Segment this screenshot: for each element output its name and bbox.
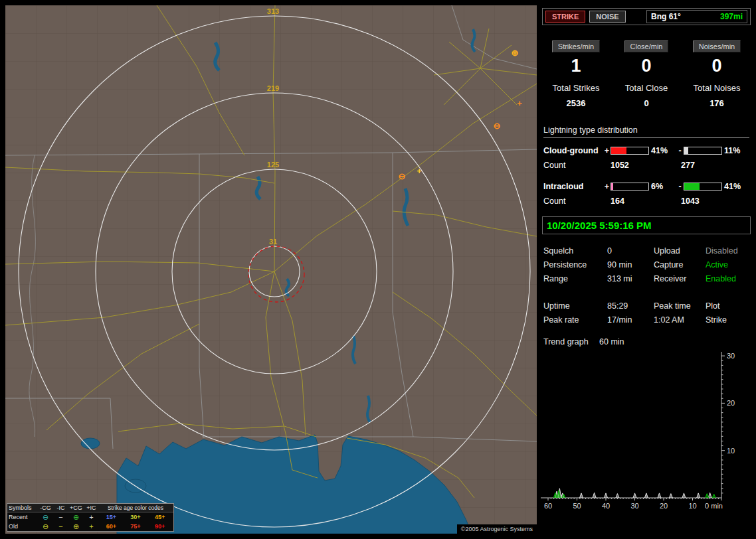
svg-text:20: 20 [727, 399, 735, 407]
strike-mode-button[interactable]: STRIKE [545, 11, 585, 23]
svg-text:31: 31 [269, 238, 277, 246]
intracloud-counts: Count 164 1043 [543, 196, 749, 206]
trend-graph-span: 60 min [599, 337, 624, 346]
datetime-display: 10/20/2025 5:59:16 PM [542, 216, 751, 234]
ic-negative-bar [684, 183, 722, 191]
intracloud-row: Intracloud + 6% - 41% [543, 181, 749, 193]
strikes-per-min-button[interactable]: Strikes/min [552, 40, 600, 52]
cloud-ground-label: Cloud-ground [543, 146, 603, 155]
ic-negative-pct: 41% [722, 182, 749, 191]
cg-negative-bar [684, 147, 722, 155]
total-noises-value: 176 [682, 98, 752, 108]
svg-text:30: 30 [630, 502, 638, 510]
legend-col-pos-cg: +CG [68, 504, 84, 511]
lightning-distribution: Lightning type distribution Cloud-ground… [543, 125, 749, 206]
squelch-label: Squelch [543, 246, 607, 256]
upload-status: Disabled [706, 246, 738, 256]
svg-text:60: 60 [544, 502, 552, 510]
lightning-map[interactable]: 31321912531 ⊖+⊕+⊖ Symbols -CG -IC +CG +I… [5, 5, 537, 534]
upload-label: Upload [654, 246, 706, 256]
status-row: Squelch 0 Upload Disabled [543, 244, 749, 258]
cloud-ground-row: Cloud-ground + 41% - 11% [543, 145, 749, 157]
legend-col-pos-ic: +IC [84, 504, 99, 511]
svg-text:+: + [417, 166, 422, 176]
peak-time-label: Peak time [654, 301, 706, 311]
capture-label: Capture [654, 260, 706, 270]
bearing-value: Bng 61° [651, 12, 681, 21]
trend-chart: 1020306050403020100 min [541, 348, 752, 515]
minus-sign: - [676, 182, 684, 191]
legend-header: Symbols -CG -IC +CG +IC Strike age color… [7, 504, 173, 512]
cg-negative-pct: 11% [722, 146, 749, 155]
count-label: Count [543, 161, 611, 170]
cloud-ground-counts: Count 1052 277 [543, 161, 749, 170]
status-grid: Squelch 0 Upload Disabled Persistence 90… [543, 244, 749, 285]
plot-label: Plot [706, 301, 720, 311]
svg-text:50: 50 [573, 502, 581, 510]
stats-row: Uptime 85:29 Peak time Plot [543, 299, 749, 313]
plot-value: Strike [706, 315, 727, 325]
legend-row-old: Old⊖−⊕+60+75+90+ [7, 522, 173, 531]
ic-positive-pct: 6% [649, 182, 676, 191]
strikes-column: Strikes/min 1 Total Strikes 2536 [541, 40, 611, 108]
total-strikes-label: Total Strikes [541, 83, 611, 93]
receiver-label: Receiver [654, 274, 706, 283]
copyright-text: ©2005 Astrogenic Systems [457, 524, 537, 534]
svg-text:40: 40 [602, 502, 610, 510]
rate-counters: Strikes/min 1 Total Strikes 2536 Close/m… [541, 40, 752, 108]
legend-col-neg-ic: -IC [53, 504, 68, 511]
uptime-value: 85:29 [607, 301, 654, 311]
control-panel: STRIKE NOISE Bng 61° 397mi Strikes/min 1… [541, 5, 752, 534]
total-noises-label: Total Noises [682, 83, 752, 93]
legend-symbols-title: Symbols [9, 504, 38, 511]
svg-text:+: + [517, 98, 522, 108]
legend-row-recent: Recent⊖−⊕+15+30+45+ [7, 512, 173, 522]
svg-text:⊖: ⊖ [399, 171, 406, 181]
svg-text:0 min: 0 min [705, 502, 723, 510]
persistence-label: Persistence [543, 260, 607, 270]
total-close-value: 0 [611, 98, 682, 108]
persistence-value: 90 min [607, 260, 654, 270]
trend-graph-header: Trend graph 60 min [543, 337, 749, 346]
status-row: Range 313 mi Receiver Enabled [543, 271, 749, 285]
svg-text:⊕: ⊕ [512, 48, 519, 58]
legend-col-neg-cg: -CG [38, 504, 53, 511]
peak-time-value: 1:02 AM [654, 315, 706, 325]
total-strikes-value: 2536 [541, 98, 611, 108]
plus-sign: + [603, 182, 611, 191]
ic-negative-count: 1043 [681, 196, 700, 206]
noises-column: Noises/min 0 Total Noises 176 [682, 40, 752, 108]
status-row: Persistence 90 min Capture Active [543, 258, 749, 271]
mode-toolbar: STRIKE NOISE Bng 61° 397mi [542, 8, 751, 25]
svg-text:313: 313 [267, 7, 279, 15]
plus-sign: + [603, 146, 611, 155]
close-per-min-button[interactable]: Close/min [624, 40, 669, 52]
peak-rate-value: 17/min [607, 315, 654, 325]
range-label: Range [543, 274, 607, 283]
svg-text:30: 30 [727, 352, 735, 360]
intracloud-label: Intracloud [543, 182, 603, 191]
map-legend: Symbols -CG -IC +CG +IC Strike age color… [7, 503, 174, 532]
bearing-readout: Bng 61° 397mi [646, 10, 747, 23]
svg-text:10: 10 [688, 502, 696, 510]
noises-per-min-button[interactable]: Noises/min [693, 40, 741, 52]
distance-value: 397mi [720, 12, 743, 21]
svg-text:125: 125 [267, 161, 279, 169]
capture-status: Active [706, 260, 728, 270]
receiver-status: Enabled [706, 274, 736, 283]
ic-positive-bar [611, 183, 649, 191]
peak-rate-label: Peak rate [543, 315, 607, 325]
cg-positive-pct: 41% [649, 146, 676, 155]
stats-row: Peak rate 17/min 1:02 AM Strike [543, 313, 749, 327]
legend-age-title: Strike age color codes [99, 504, 172, 511]
squelch-value: 0 [607, 246, 654, 256]
map-svg: 31321912531 ⊖+⊕+⊖ [5, 5, 537, 534]
range-value: 313 mi [607, 274, 654, 283]
svg-text:10: 10 [727, 447, 735, 455]
ic-positive-count: 164 [611, 196, 681, 206]
uptime-label: Uptime [543, 301, 607, 311]
svg-text:20: 20 [660, 502, 668, 510]
noises-per-min-value: 0 [682, 56, 752, 75]
distribution-title: Lightning type distribution [543, 125, 749, 138]
noise-mode-button[interactable]: NOISE [589, 11, 625, 23]
